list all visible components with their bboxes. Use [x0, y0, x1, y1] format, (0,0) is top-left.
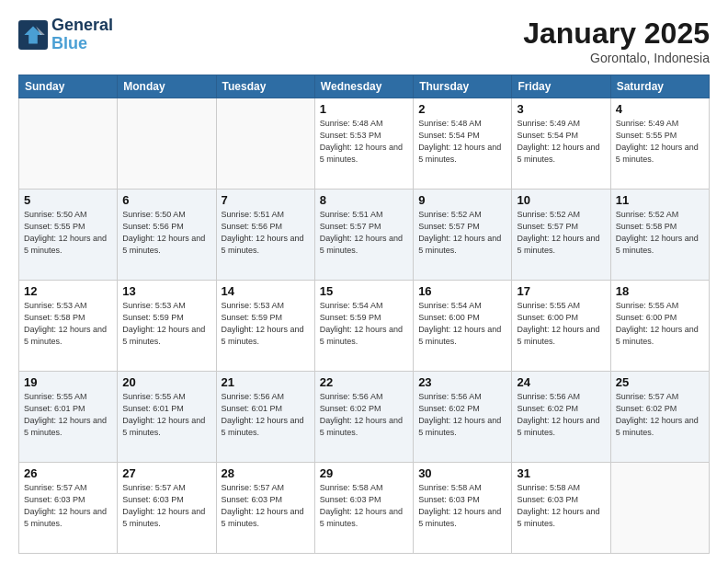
calendar-cell: 26Sunrise: 5:57 AM Sunset: 6:03 PM Dayli… — [19, 463, 118, 554]
cell-day-number: 18 — [616, 284, 704, 298]
week-row-2: 5Sunrise: 5:50 AM Sunset: 5:55 PM Daylig… — [19, 190, 710, 281]
cell-info: Sunrise: 5:56 AM Sunset: 6:02 PM Dayligh… — [320, 391, 408, 439]
calendar-cell: 3Sunrise: 5:49 AM Sunset: 5:54 PM Daylig… — [512, 98, 610, 190]
calendar-cell: 2Sunrise: 5:48 AM Sunset: 5:54 PM Daylig… — [414, 98, 512, 190]
calendar-cell: 31Sunrise: 5:58 AM Sunset: 6:03 PM Dayli… — [512, 463, 610, 554]
col-friday: Friday — [512, 75, 610, 98]
cell-day-number: 31 — [517, 466, 605, 480]
calendar-cell: 8Sunrise: 5:51 AM Sunset: 5:57 PM Daylig… — [314, 190, 413, 281]
logo-icon — [18, 20, 48, 50]
cell-info: Sunrise: 5:54 AM Sunset: 5:59 PM Dayligh… — [320, 300, 408, 348]
cell-day-number: 30 — [418, 466, 506, 480]
cell-day-number: 5 — [24, 193, 112, 207]
cell-info: Sunrise: 5:58 AM Sunset: 6:03 PM Dayligh… — [418, 482, 506, 530]
cell-info: Sunrise: 5:49 AM Sunset: 5:55 PM Dayligh… — [616, 118, 704, 166]
cell-info: Sunrise: 5:56 AM Sunset: 6:02 PM Dayligh… — [517, 391, 605, 439]
cell-info: Sunrise: 5:55 AM Sunset: 6:00 PM Dayligh… — [517, 300, 605, 348]
page: General Blue January 2025 Gorontalo, Ind… — [0, 0, 728, 563]
calendar-cell: 17Sunrise: 5:55 AM Sunset: 6:00 PM Dayli… — [512, 281, 610, 372]
cell-day-number: 3 — [517, 102, 605, 116]
cell-day-number: 23 — [418, 375, 506, 389]
cell-day-number: 8 — [320, 193, 408, 207]
cell-info: Sunrise: 5:48 AM Sunset: 5:54 PM Dayligh… — [418, 118, 506, 166]
calendar-cell: 25Sunrise: 5:57 AM Sunset: 6:02 PM Dayli… — [610, 372, 709, 463]
cell-day-number: 6 — [122, 193, 210, 207]
calendar-cell: 1Sunrise: 5:48 AM Sunset: 5:53 PM Daylig… — [314, 98, 413, 190]
cell-day-number: 9 — [418, 193, 506, 207]
calendar-cell: 21Sunrise: 5:56 AM Sunset: 6:01 PM Dayli… — [216, 372, 314, 463]
calendar-cell: 12Sunrise: 5:53 AM Sunset: 5:58 PM Dayli… — [19, 281, 118, 372]
month-title: January 2025 — [523, 17, 710, 51]
cell-info: Sunrise: 5:48 AM Sunset: 5:53 PM Dayligh… — [320, 118, 408, 166]
calendar-cell: 14Sunrise: 5:53 AM Sunset: 5:59 PM Dayli… — [216, 281, 314, 372]
cell-day-number: 10 — [517, 193, 605, 207]
cell-info: Sunrise: 5:55 AM Sunset: 6:00 PM Dayligh… — [616, 300, 704, 348]
cell-day-number: 26 — [24, 466, 112, 480]
header-row: Sunday Monday Tuesday Wednesday Thursday… — [19, 75, 710, 98]
calendar-cell: 15Sunrise: 5:54 AM Sunset: 5:59 PM Dayli… — [314, 281, 413, 372]
calendar-cell: 27Sunrise: 5:57 AM Sunset: 6:03 PM Dayli… — [118, 463, 216, 554]
col-thursday: Thursday — [414, 75, 512, 98]
week-row-4: 19Sunrise: 5:55 AM Sunset: 6:01 PM Dayli… — [19, 372, 710, 463]
col-monday: Monday — [118, 75, 216, 98]
calendar-cell: 9Sunrise: 5:52 AM Sunset: 5:57 PM Daylig… — [414, 190, 512, 281]
cell-info: Sunrise: 5:53 AM Sunset: 5:59 PM Dayligh… — [122, 300, 210, 348]
cell-info: Sunrise: 5:50 AM Sunset: 5:55 PM Dayligh… — [24, 209, 112, 257]
cell-info: Sunrise: 5:57 AM Sunset: 6:02 PM Dayligh… — [616, 391, 704, 439]
calendar-cell: 24Sunrise: 5:56 AM Sunset: 6:02 PM Dayli… — [512, 372, 610, 463]
calendar: Sunday Monday Tuesday Wednesday Thursday… — [18, 75, 710, 554]
calendar-cell — [610, 463, 709, 554]
calendar-cell: 11Sunrise: 5:52 AM Sunset: 5:58 PM Dayli… — [610, 190, 709, 281]
calendar-cell: 16Sunrise: 5:54 AM Sunset: 6:00 PM Dayli… — [414, 281, 512, 372]
calendar-cell: 18Sunrise: 5:55 AM Sunset: 6:00 PM Dayli… — [610, 281, 709, 372]
cell-info: Sunrise: 5:57 AM Sunset: 6:03 PM Dayligh… — [222, 482, 310, 530]
calendar-cell: 7Sunrise: 5:51 AM Sunset: 5:56 PM Daylig… — [216, 190, 314, 281]
cell-day-number: 4 — [616, 102, 704, 116]
logo: General Blue — [18, 17, 113, 53]
cell-info: Sunrise: 5:50 AM Sunset: 5:56 PM Dayligh… — [122, 209, 210, 257]
cell-day-number: 16 — [418, 284, 506, 298]
cell-day-number: 1 — [320, 102, 408, 116]
cell-info: Sunrise: 5:52 AM Sunset: 5:57 PM Dayligh… — [418, 209, 506, 257]
calendar-cell: 5Sunrise: 5:50 AM Sunset: 5:55 PM Daylig… — [19, 190, 118, 281]
cell-info: Sunrise: 5:57 AM Sunset: 6:03 PM Dayligh… — [24, 482, 112, 530]
cell-info: Sunrise: 5:53 AM Sunset: 5:59 PM Dayligh… — [222, 300, 310, 348]
cell-day-number: 15 — [320, 284, 408, 298]
location: Gorontalo, Indonesia — [523, 51, 710, 65]
calendar-cell: 20Sunrise: 5:55 AM Sunset: 6:01 PM Dayli… — [118, 372, 216, 463]
calendar-cell: 22Sunrise: 5:56 AM Sunset: 6:02 PM Dayli… — [314, 372, 413, 463]
cell-info: Sunrise: 5:55 AM Sunset: 6:01 PM Dayligh… — [122, 391, 210, 439]
cell-info: Sunrise: 5:53 AM Sunset: 5:58 PM Dayligh… — [24, 300, 112, 348]
calendar-cell — [216, 98, 314, 190]
cell-info: Sunrise: 5:52 AM Sunset: 5:57 PM Dayligh… — [517, 209, 605, 257]
cell-info: Sunrise: 5:56 AM Sunset: 6:01 PM Dayligh… — [222, 391, 310, 439]
cell-day-number: 14 — [222, 284, 310, 298]
calendar-cell: 30Sunrise: 5:58 AM Sunset: 6:03 PM Dayli… — [414, 463, 512, 554]
calendar-cell: 6Sunrise: 5:50 AM Sunset: 5:56 PM Daylig… — [118, 190, 216, 281]
cell-day-number: 2 — [418, 102, 506, 116]
calendar-cell — [118, 98, 216, 190]
cell-day-number: 24 — [517, 375, 605, 389]
title-block: January 2025 Gorontalo, Indonesia — [523, 17, 710, 65]
cell-info: Sunrise: 5:54 AM Sunset: 6:00 PM Dayligh… — [418, 300, 506, 348]
cell-info: Sunrise: 5:58 AM Sunset: 6:03 PM Dayligh… — [320, 482, 408, 530]
cell-day-number: 7 — [222, 193, 310, 207]
cell-day-number: 27 — [122, 466, 210, 480]
col-tuesday: Tuesday — [216, 75, 314, 98]
cell-info: Sunrise: 5:51 AM Sunset: 5:56 PM Dayligh… — [222, 209, 310, 257]
cell-day-number: 11 — [616, 193, 704, 207]
calendar-cell — [19, 98, 118, 190]
cell-info: Sunrise: 5:49 AM Sunset: 5:54 PM Dayligh… — [517, 118, 605, 166]
cell-day-number: 13 — [122, 284, 210, 298]
calendar-cell: 4Sunrise: 5:49 AM Sunset: 5:55 PM Daylig… — [610, 98, 709, 190]
cell-info: Sunrise: 5:58 AM Sunset: 6:03 PM Dayligh… — [517, 482, 605, 530]
calendar-cell: 19Sunrise: 5:55 AM Sunset: 6:01 PM Dayli… — [19, 372, 118, 463]
cell-info: Sunrise: 5:52 AM Sunset: 5:58 PM Dayligh… — [616, 209, 704, 257]
week-row-3: 12Sunrise: 5:53 AM Sunset: 5:58 PM Dayli… — [19, 281, 710, 372]
cell-info: Sunrise: 5:57 AM Sunset: 6:03 PM Dayligh… — [122, 482, 210, 530]
cell-info: Sunrise: 5:51 AM Sunset: 5:57 PM Dayligh… — [320, 209, 408, 257]
cell-day-number: 25 — [616, 375, 704, 389]
week-row-1: 1Sunrise: 5:48 AM Sunset: 5:53 PM Daylig… — [19, 98, 710, 190]
cell-day-number: 28 — [222, 466, 310, 480]
cell-day-number: 17 — [517, 284, 605, 298]
